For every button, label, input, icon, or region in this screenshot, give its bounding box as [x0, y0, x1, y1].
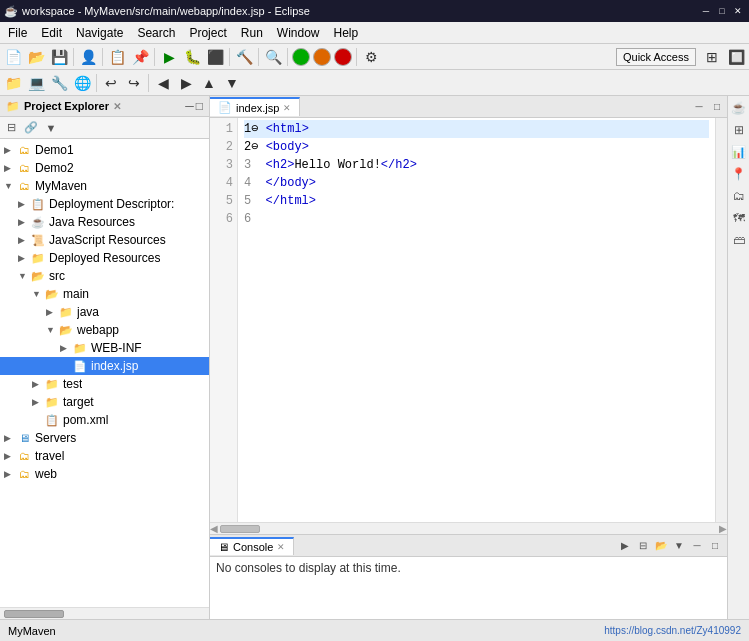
menu-project[interactable]: Project: [183, 24, 232, 42]
panel-menu-btn[interactable]: ▼: [42, 119, 60, 137]
copy-button[interactable]: 📋: [106, 46, 128, 68]
tree-item-test[interactable]: ▶ 📁 test: [0, 375, 209, 393]
editor-tab-controls: ─ □: [691, 99, 727, 115]
fr-btn-5[interactable]: 🗂: [729, 186, 749, 206]
tab-console[interactable]: 🖥 Console ✕: [210, 537, 294, 555]
expand-icon-web: ▶: [4, 469, 16, 479]
minimize-console-btn[interactable]: ─: [689, 538, 705, 554]
console-ctrl-3[interactable]: 📂: [653, 538, 669, 554]
tb2-btn4[interactable]: 🌐: [71, 72, 93, 94]
tb2-forward[interactable]: ▶: [175, 72, 197, 94]
tree-item-java-resources[interactable]: ▶ ☕ Java Resources: [0, 213, 209, 231]
tb2-btn2[interactable]: 💻: [25, 72, 47, 94]
tab-close-icon[interactable]: ✕: [283, 103, 291, 113]
view-button[interactable]: 🔲: [725, 46, 747, 68]
menu-help[interactable]: Help: [328, 24, 365, 42]
webapp-icon: 📂: [58, 322, 74, 338]
collapse-all-btn[interactable]: ⊟: [2, 119, 20, 137]
tab-indexjsp[interactable]: 📄 index.jsp ✕: [210, 97, 300, 116]
tree-item-demo1[interactable]: ▶ 🗂 Demo1: [0, 141, 209, 159]
console-ctrl-4[interactable]: ▼: [671, 538, 687, 554]
quick-access-button[interactable]: Quick Access: [616, 48, 696, 66]
search-toolbar-button[interactable]: 🔍: [262, 46, 284, 68]
tree-item-deployment[interactable]: ▶ 📋 Deployment Descriptor:: [0, 195, 209, 213]
title-bar-controls[interactable]: ─ □ ✕: [699, 4, 745, 18]
build-button[interactable]: 🔨: [233, 46, 255, 68]
tree-container[interactable]: ▶ 🗂 Demo1 ▶ 🗂 Demo2 ▼ 🗂 MyMaven ▶ 📋 Depl…: [0, 139, 209, 607]
red-btn[interactable]: [334, 48, 352, 66]
fr-btn-4[interactable]: 📍: [729, 164, 749, 184]
tree-item-main[interactable]: ▼ 📂 main: [0, 285, 209, 303]
editor-hscrollbar[interactable]: ◀ ▶: [210, 522, 727, 534]
stop-button[interactable]: ⬛: [204, 46, 226, 68]
tree-item-js-resources[interactable]: ▶ 📜 JavaScript Resources: [0, 231, 209, 249]
maximize-button[interactable]: □: [715, 4, 729, 18]
menu-search[interactable]: Search: [131, 24, 181, 42]
tree-item-src[interactable]: ▼ 📂 src: [0, 267, 209, 285]
save-button[interactable]: 💾: [48, 46, 70, 68]
fr-btn-6[interactable]: 🗺: [729, 208, 749, 228]
tree-item-webinf[interactable]: ▶ 📁 WEB-INF: [0, 339, 209, 357]
maximize-console-btn[interactable]: □: [707, 538, 723, 554]
perspective-button[interactable]: ⊞: [701, 46, 723, 68]
code-content[interactable]: 1⊖ <html> 2⊖ <body> 3 <h2>Hello World!</…: [238, 118, 715, 522]
close-icon[interactable]: ✕: [113, 101, 121, 112]
paste-button[interactable]: 📌: [129, 46, 151, 68]
link-with-editor-btn[interactable]: 🔗: [22, 119, 40, 137]
fr-btn-2[interactable]: ⊞: [729, 120, 749, 140]
tree-item-indexjsp[interactable]: 📄 index.jsp: [0, 357, 209, 375]
menu-run[interactable]: Run: [235, 24, 269, 42]
editor-vscrollbar[interactable]: [715, 118, 727, 522]
deployed-resources-icon: 📁: [30, 250, 46, 266]
new-button[interactable]: 📄: [2, 46, 24, 68]
minimize-editor-btn[interactable]: ─: [691, 99, 707, 115]
menu-navigate[interactable]: Navigate: [70, 24, 129, 42]
fr-btn-1[interactable]: ☕: [729, 98, 749, 118]
tree-item-target[interactable]: ▶ 📁 target: [0, 393, 209, 411]
fr-btn-3[interactable]: 📊: [729, 142, 749, 162]
expand-icon-js-resources: ▶: [18, 235, 30, 245]
fr-btn-7[interactable]: 🗃: [729, 230, 749, 250]
close-button[interactable]: ✕: [731, 4, 745, 18]
tree-label-servers: Servers: [35, 431, 76, 445]
tree-item-mymaven[interactable]: ▼ 🗂 MyMaven: [0, 177, 209, 195]
open-button[interactable]: 📂: [25, 46, 47, 68]
tree-item-travel[interactable]: ▶ 🗂 travel: [0, 447, 209, 465]
code-editor[interactable]: 1 2 3 4 5 6 1⊖ <html> 2⊖ <body> 3 <h2>He…: [210, 118, 727, 522]
tb2-btn3[interactable]: 🔧: [48, 72, 70, 94]
tree-item-webapp[interactable]: ▼ 📂 webapp: [0, 321, 209, 339]
tree-item-java[interactable]: ▶ 📁 java: [0, 303, 209, 321]
console-tab-close-icon[interactable]: ✕: [277, 542, 285, 552]
status-right: https://blog.csdn.net/Zy410992: [604, 625, 741, 636]
menu-edit[interactable]: Edit: [35, 24, 68, 42]
separator3: [154, 48, 155, 66]
run-button[interactable]: ▶: [158, 46, 180, 68]
tree-item-demo2[interactable]: ▶ 🗂 Demo2: [0, 159, 209, 177]
profile-button[interactable]: 👤: [77, 46, 99, 68]
orange-btn[interactable]: [313, 48, 331, 66]
settings-button[interactable]: ⚙: [360, 46, 382, 68]
menu-window[interactable]: Window: [271, 24, 326, 42]
tb2-btn1[interactable]: 📁: [2, 72, 24, 94]
minimize-panel-icon[interactable]: ─: [185, 99, 194, 113]
tree-item-pomxml[interactable]: 📋 pom.xml: [0, 411, 209, 429]
tree-item-web[interactable]: ▶ 🗂 web: [0, 465, 209, 483]
tb2-down[interactable]: ▼: [221, 72, 243, 94]
tb2-back[interactable]: ◀: [152, 72, 174, 94]
left-panel-hscrollbar[interactable]: [0, 607, 209, 619]
tree-item-servers[interactable]: ▶ 🖥 Servers: [0, 429, 209, 447]
tb2-redo[interactable]: ↪: [123, 72, 145, 94]
minimize-button[interactable]: ─: [699, 4, 713, 18]
console-ctrl-2[interactable]: ⊟: [635, 538, 651, 554]
green-btn[interactable]: [292, 48, 310, 66]
tb2-undo[interactable]: ↩: [100, 72, 122, 94]
main-layout: 📁 Project Explorer ✕ ─ □ ⊟ 🔗 ▼ ▶ 🗂 Demo1: [0, 96, 749, 619]
tree-item-deployed-resources[interactable]: ▶ 📁 Deployed Resources: [0, 249, 209, 267]
console-ctrl-1[interactable]: ▶: [617, 538, 633, 554]
debug-button[interactable]: 🐛: [181, 46, 203, 68]
maximize-panel-icon[interactable]: □: [196, 99, 203, 113]
menu-file[interactable]: File: [2, 24, 33, 42]
maximize-editor-btn[interactable]: □: [709, 99, 725, 115]
tb2-up[interactable]: ▲: [198, 72, 220, 94]
hscroll-thumb[interactable]: [4, 610, 64, 618]
